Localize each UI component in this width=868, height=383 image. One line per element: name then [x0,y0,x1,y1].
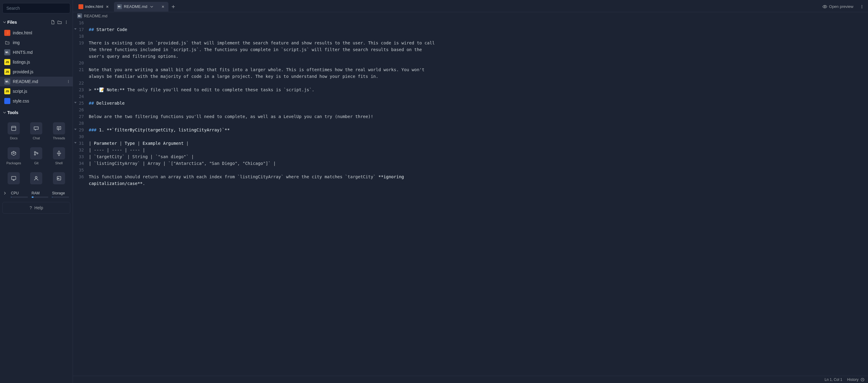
svg-point-14 [862,5,862,5]
html-icon [79,4,83,9]
help-button[interactable]: ? Help [2,202,70,213]
line-number: 32 [73,147,86,153]
line-number: 36 [73,173,86,187]
files-kebab-icon[interactable] [63,19,70,26]
file-item-img[interactable]: img [0,38,73,48]
cursor-position[interactable]: Ln 1, Col 1 [825,378,842,382]
storage-meter: Storage [52,191,69,198]
markdown-icon: M↓ [77,13,82,18]
file-name: README.md [13,79,38,84]
js-icon: JS [4,59,10,65]
line-number: 17 [73,26,86,33]
docs-icon [8,122,20,135]
chevron-right-icon[interactable] [4,191,7,195]
markdown-icon: M↓ [4,79,10,85]
new-file-icon[interactable] [50,19,56,26]
chevron-down-icon[interactable] [149,4,154,9]
open-preview-button[interactable]: Open preview [820,3,856,10]
code-line [89,167,868,173]
tool-chat[interactable]: Chat [26,120,46,142]
code-line: Below are the two filtering functions yo… [89,113,868,120]
chat-icon [30,122,42,135]
svg-point-2 [66,23,67,24]
file-item-script-js[interactable]: JSscript.js [0,86,73,96]
js-icon: JS [4,69,10,75]
file-item-HINTS-md[interactable]: M↓HINTS.md [0,48,73,57]
close-icon[interactable] [160,4,165,9]
tools-section-title: Tools [7,110,70,115]
line-number: 34 [73,160,86,167]
html-icon [4,30,10,36]
line-number: 23 [73,86,86,93]
chevron-down-icon[interactable] [2,111,7,115]
file-kebab-icon[interactable] [67,80,70,83]
chevron-down-icon[interactable] [2,20,7,24]
eye-icon [823,4,827,9]
code-editor[interactable]: 16171819 2021 22232425262728293031323334… [73,20,868,376]
svg-point-3 [68,80,69,81]
new-folder-icon[interactable] [56,19,63,26]
tool-extra-2[interactable] [49,170,69,187]
tab-index-html[interactable]: index.html [75,2,113,11]
tool-extra-0[interactable] [4,170,24,187]
svg-point-15 [862,6,862,7]
line-number: 28 [73,120,86,126]
line-number: 29 [73,126,86,133]
line-number: 30 [73,133,86,140]
threads-icon [53,122,65,135]
tool-threads[interactable]: Threads [49,120,69,142]
code-line [89,133,868,140]
tool-extra-1[interactable] [26,170,46,187]
svg-point-13 [824,6,826,7]
file-name: index.html [13,30,32,35]
tool-git[interactable]: Git [26,145,46,167]
file-name: img [13,40,20,45]
svg-point-0 [66,21,67,21]
code-line: ## Starter Code [89,26,868,33]
file-name: script.js [13,89,27,94]
code-line: | `listingCityArray` | Array | `["Antarc… [89,160,868,167]
close-icon[interactable] [105,4,110,9]
file-item-listings-js[interactable]: JSlistings.js [0,57,73,67]
code-line: > **📝 Note:** The only file you'll need … [89,86,868,93]
shell-icon [53,147,65,159]
code-line: ### 1. **`filterByCity(targetCity, listi… [89,126,868,133]
svg-point-1 [66,22,67,23]
git-icon [30,147,42,159]
line-number: 26 [73,107,86,113]
tool-packages[interactable]: Packages [4,145,24,167]
js-icon: JS [4,88,10,94]
code-line: | `targetCity` | String | `"san diego"` … [89,153,868,160]
file-name: HINTS.md [13,50,33,55]
tab-kebab-icon[interactable] [858,3,866,10]
svg-point-8 [34,154,36,155]
line-number: 24 [73,93,86,100]
ram-meter: RAM [32,191,49,198]
file-item-index-html[interactable]: index.html [0,28,73,38]
markdown-icon: M↓ [4,49,10,55]
folder-icon [4,39,10,46]
tab-README-md[interactable]: M↓README.md [114,2,168,11]
line-number: 31 [73,140,86,147]
file-item-style-css[interactable]: style.css [0,96,73,106]
line-number: 21 [73,66,86,80]
css-icon [4,98,10,104]
file-item-provided-js[interactable]: JSprovided.js [0,67,73,77]
add-tab-button[interactable] [169,3,177,10]
tool-docs[interactable]: Docs [4,120,24,142]
file-item-README-md[interactable]: M↓README.md [0,77,73,86]
history-button[interactable]: History [847,378,864,382]
markdown-icon: M↓ [117,4,122,9]
search-input[interactable] [2,3,70,13]
svg-point-5 [68,83,69,83]
packages-icon [8,147,20,159]
code-line: | ---- | ---- | ---- | [89,147,868,153]
svg-rect-6 [11,126,16,130]
code-line [89,120,868,126]
code-line [89,80,868,86]
line-number: 22 [73,80,86,86]
tool-shell[interactable]: Shell [49,145,69,167]
code-line: Note that you are writing a small bit of… [89,66,868,80]
svg-point-7 [34,151,36,153]
line-number: 18 [73,33,86,39]
